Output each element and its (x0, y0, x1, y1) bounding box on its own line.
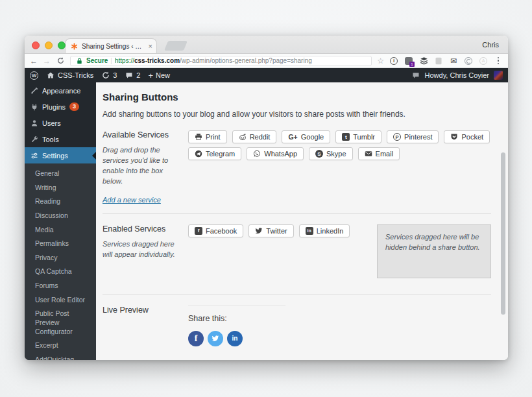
scrollbar-thumb[interactable] (501, 152, 505, 315)
submenu-item-media[interactable]: Media (25, 223, 96, 237)
submenu-item-qa-captcha[interactable]: QA Captcha (25, 265, 96, 279)
submenu-item-privacy[interactable]: Privacy (25, 251, 96, 265)
sidebar-item-users[interactable]: Users (25, 115, 96, 131)
info-icon[interactable]: i (389, 56, 398, 66)
service-button-whatsapp[interactable]: WhatsApp (247, 147, 304, 160)
facebook-share-button[interactable]: f (188, 331, 204, 346)
pinterest-icon: P (393, 133, 401, 141)
close-window-button[interactable] (32, 42, 40, 49)
service-button-reddit[interactable]: Reddit (232, 130, 277, 143)
sidebar-item-settings[interactable]: Settings (25, 147, 96, 163)
back-icon[interactable]: ← (30, 57, 38, 65)
service-button-tumblr[interactable]: t Tumblr (335, 130, 381, 143)
browser-window: Sharing Settings ‹ CSS-Tricks × Chris ← … (25, 36, 508, 360)
comments-count: 2 (136, 71, 140, 79)
home-icon (46, 71, 55, 80)
submenu-item-discussion[interactable]: Discussion (25, 209, 96, 223)
paintbrush-icon (30, 86, 38, 95)
browser-tab[interactable]: Sharing Settings ‹ CSS-Tricks × (65, 38, 157, 53)
new-label: New (156, 71, 170, 79)
submenu-item-permalinks[interactable]: Permalinks (25, 237, 96, 251)
extension-icons: i 1 ✉ A (389, 56, 503, 66)
page-title: Sharing Buttons (103, 91, 491, 102)
submenu-item-reading[interactable]: Reading (25, 195, 96, 209)
available-services-list: Print Reddit G+ Google t Tumblr (188, 130, 491, 160)
submenu-item-public-post-preview[interactable]: Public Post Preview Configurator (25, 307, 96, 339)
lock-icon (75, 56, 84, 66)
updates-menu[interactable]: 3 (101, 71, 117, 80)
new-tab-button[interactable] (164, 41, 187, 51)
wordpress-logo-icon: W (30, 71, 38, 80)
service-button-print[interactable]: Print (188, 130, 227, 143)
service-button-google[interactable]: G+ Google (282, 130, 330, 143)
zoom-window-button[interactable] (58, 42, 66, 49)
browser-toolbar: ← → Secure | https://css-tricks.com/wp-a… (25, 54, 508, 68)
hidden-services-dropzone[interactable]: Services dragged here will be hidden beh… (377, 224, 491, 278)
page-description: Add sharing buttons to your blog and all… (103, 110, 491, 119)
new-menu[interactable]: + New (148, 71, 170, 80)
live-preview-box: Share this: f in (188, 306, 491, 346)
css-tricks-favicon-icon (69, 42, 79, 51)
submenu-item-addquicktag[interactable]: AddQuicktag (25, 353, 96, 360)
traffic-lights (32, 42, 66, 49)
forward-icon: → (43, 57, 51, 65)
spiral-extension-icon[interactable] (464, 56, 473, 66)
twitter-icon (255, 227, 263, 235)
wrench-icon (30, 135, 38, 143)
wp-logo-menu[interactable]: W (30, 71, 38, 80)
disabled-extension-icon[interactable] (434, 56, 443, 66)
linkedin-icon: in (306, 227, 313, 235)
comments-menu[interactable]: 2 (125, 71, 140, 80)
notification-bubble-icon[interactable] (411, 71, 420, 80)
address-bar[interactable]: Secure | https://css-tricks.com/wp-admin… (70, 56, 372, 66)
settings-page-content: Sharing Buttons Add sharing buttons to y… (96, 82, 508, 360)
site-link[interactable]: CSS-Tricks (46, 71, 93, 80)
linkedin-share-button[interactable]: in (227, 331, 243, 346)
bookmark-star-icon[interactable]: ☆ (377, 56, 384, 66)
user-icon (30, 119, 38, 127)
url-scheme: https:// (115, 57, 134, 64)
browser-profile-name[interactable]: Chris (482, 41, 499, 49)
service-button-linkedin[interactable]: in LinkedIn (299, 224, 350, 237)
submenu-item-general[interactable]: General (25, 167, 96, 181)
browser-menu-icon[interactable] (494, 56, 503, 66)
url-text: https://css-tricks.com/wp-admin/options-… (115, 57, 312, 64)
service-button-telegram[interactable]: Telegram (188, 147, 241, 160)
sidebar-item-plugins[interactable]: Plugins 3 (25, 99, 96, 115)
layers-extension-icon[interactable] (419, 56, 428, 66)
submenu-item-user-role-editor[interactable]: User Role Editor (25, 293, 96, 307)
service-button-pinterest[interactable]: P Pinterest (387, 130, 439, 143)
minimize-window-button[interactable] (45, 42, 53, 49)
enabled-services-list: f Facebook Twitter in LinkedIn (188, 224, 350, 237)
available-services-label: Available Services (103, 130, 182, 139)
twitter-share-button[interactable] (208, 331, 223, 346)
submenu-item-writing[interactable]: Writing (25, 181, 96, 195)
ghostery-extension-icon[interactable]: 1 (404, 56, 413, 66)
wp-admin-sidebar: Appearance Plugins 3 Users Tools (25, 82, 96, 360)
submenu-item-excerpt[interactable]: Excerpt (25, 339, 96, 353)
sidebar-item-tools[interactable]: Tools (25, 131, 96, 147)
service-button-pocket[interactable]: Pocket (444, 130, 490, 143)
add-new-service-link[interactable]: Add a new service (103, 196, 161, 204)
plus-icon: + (148, 71, 153, 80)
service-button-skype[interactable]: S Skype (309, 147, 353, 160)
wp-admin-bar: W CSS-Tricks 3 2 + New (25, 68, 508, 82)
reload-icon[interactable] (56, 56, 65, 66)
sidebar-item-appearance[interactable]: Appearance (25, 82, 96, 99)
reddit-icon (239, 133, 247, 141)
updates-count: 3 (113, 71, 117, 79)
telegram-icon (195, 150, 202, 158)
service-button-email[interactable]: Email (358, 147, 400, 160)
service-button-facebook[interactable]: f Facebook (188, 224, 243, 237)
section-divider (103, 295, 491, 295)
submenu-item-forums[interactable]: Forums (25, 279, 96, 293)
avatar[interactable] (494, 71, 503, 80)
mail-extension-icon[interactable]: ✉ (449, 56, 458, 66)
howdy-account-menu[interactable]: Howdy, Chris Coyier (425, 71, 489, 79)
url-path: /wp-admin/options-general.php?page=shari… (180, 57, 312, 64)
service-button-twitter[interactable]: Twitter (248, 224, 293, 237)
facebook-icon: f (195, 227, 202, 235)
accessibility-extension-icon[interactable]: A (479, 56, 488, 66)
tab-close-icon[interactable]: × (149, 43, 152, 50)
dropzone-text: Services dragged here will be hidden beh… (385, 233, 480, 251)
